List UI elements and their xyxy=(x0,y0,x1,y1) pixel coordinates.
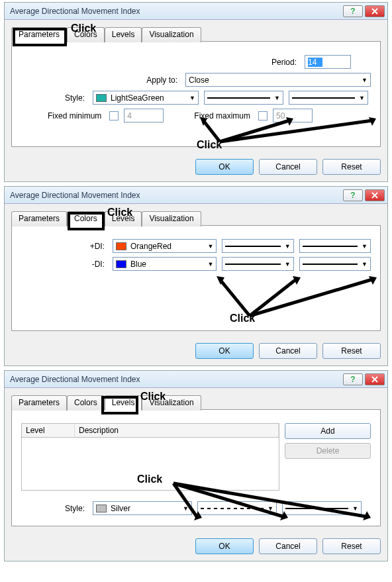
add-button[interactable]: Add xyxy=(285,423,371,439)
close-button[interactable] xyxy=(365,373,385,385)
chevron-down-icon: ▼ xyxy=(208,261,214,267)
level-style-value: Silver xyxy=(111,504,130,513)
tab-levels[interactable]: Levels xyxy=(105,395,142,411)
dialog-title: Average Directional Movement Index xyxy=(10,7,140,16)
line-preview-icon xyxy=(285,508,348,509)
plus-di-width-select[interactable]: ▼ xyxy=(299,239,371,253)
apply-to-value: Close xyxy=(189,75,209,85)
minus-di-label: -DI: xyxy=(21,260,107,269)
minus-di-line-select[interactable]: ▼ xyxy=(222,257,293,271)
chevron-down-icon: ▼ xyxy=(274,95,280,101)
fixed-min-checkbox[interactable] xyxy=(109,111,119,121)
reset-button[interactable]: Reset xyxy=(322,343,381,359)
chevron-down-icon: ▼ xyxy=(285,243,291,250)
close-button[interactable] xyxy=(365,5,385,17)
dialog-title: Average Directional Movement Index xyxy=(10,375,140,384)
ok-button[interactable]: OK xyxy=(195,159,254,175)
minus-di-value: Blue xyxy=(130,260,146,269)
close-button[interactable] xyxy=(365,189,385,201)
style-label: Style: xyxy=(21,504,87,513)
color-swatch xyxy=(96,505,107,512)
chevron-down-icon: ▼ xyxy=(268,505,273,512)
fixed-max-label: Fixed maximum xyxy=(194,111,253,121)
chevron-down-icon: ▼ xyxy=(285,261,291,267)
period-input[interactable] xyxy=(305,55,351,69)
cancel-button[interactable]: Cancel xyxy=(259,343,317,359)
style-label: Style: xyxy=(21,93,87,103)
chevron-down-icon: ▼ xyxy=(208,243,214,250)
period-label: Period: xyxy=(271,58,299,67)
minus-di-color-select[interactable]: Blue ▼ xyxy=(113,257,217,271)
titlebar[interactable]: Average Directional Movement Index ? xyxy=(5,3,387,20)
plus-di-label: +DI: xyxy=(21,242,107,251)
col-description: Description xyxy=(75,424,279,437)
help-button[interactable]: ? xyxy=(343,373,363,385)
titlebar[interactable]: Average Directional Movement Index ? xyxy=(5,187,387,204)
tab-parameters[interactable]: Parameters xyxy=(11,395,67,411)
tab-colors[interactable]: Colors xyxy=(67,395,105,411)
help-button[interactable]: ? xyxy=(343,5,363,17)
chevron-down-icon: ▼ xyxy=(183,505,189,512)
level-style-line-select[interactable]: ▼ xyxy=(197,501,277,515)
delete-button: Delete xyxy=(285,443,371,459)
levels-list-header: Level Description xyxy=(21,423,279,438)
line-preview-icon xyxy=(292,97,355,99)
line-preview-icon xyxy=(225,264,280,265)
annotation-click: Click xyxy=(197,139,222,151)
fixed-max-input[interactable] xyxy=(273,109,313,122)
tab-parameters[interactable]: Parameters xyxy=(11,211,67,226)
plus-di-line-select[interactable]: ▼ xyxy=(222,239,293,253)
plus-di-color-select[interactable]: OrangeRed ▼ xyxy=(113,239,217,253)
line-preview-icon xyxy=(201,508,264,509)
annotation-click: Click xyxy=(230,313,255,324)
line-preview-icon xyxy=(225,246,280,247)
reset-button[interactable]: Reset xyxy=(322,538,381,554)
chevron-down-icon: ▼ xyxy=(189,95,195,101)
chevron-down-icon: ▼ xyxy=(362,243,368,250)
dialog-title: Average Directional Movement Index xyxy=(10,191,140,200)
cancel-button[interactable]: Cancel xyxy=(259,538,317,554)
cancel-button[interactable]: Cancel xyxy=(259,159,317,175)
apply-to-select[interactable]: Close ▼ xyxy=(185,73,371,87)
annotation-click: Click xyxy=(107,207,132,218)
line-preview-icon xyxy=(303,264,358,265)
style-color-value: LightSeaGreen xyxy=(111,93,164,103)
col-level: Level xyxy=(22,424,75,437)
annotation-click: Click xyxy=(71,23,96,34)
level-style-color-select[interactable]: Silver ▼ xyxy=(93,501,192,515)
apply-to-label: Apply to: xyxy=(146,75,180,85)
fixed-min-input[interactable] xyxy=(124,109,164,122)
tab-parameters[interactable]: Parameters xyxy=(11,27,67,42)
line-preview-icon xyxy=(303,246,358,247)
chevron-down-icon: ▼ xyxy=(359,95,365,101)
minus-di-width-select[interactable]: ▼ xyxy=(299,257,371,271)
annotation-click: Click xyxy=(137,473,162,485)
tab-visualization[interactable]: Visualization xyxy=(142,211,201,226)
color-swatch xyxy=(96,94,107,102)
fixed-min-label: Fixed minimum xyxy=(48,111,104,121)
ok-button[interactable]: OK xyxy=(195,538,254,554)
help-button[interactable]: ? xyxy=(343,189,363,201)
tab-levels[interactable]: Levels xyxy=(105,27,142,42)
line-preview-icon xyxy=(207,97,270,99)
tab-visualization[interactable]: Visualization xyxy=(142,27,201,42)
ok-button[interactable]: OK xyxy=(195,343,254,359)
style-width-select[interactable]: ▼ xyxy=(289,91,368,105)
plus-di-value: OrangeRed xyxy=(130,242,172,251)
tab-colors[interactable]: Colors xyxy=(67,211,105,226)
annotation-click: Click xyxy=(140,391,166,403)
fixed-max-checkbox[interactable] xyxy=(258,111,268,121)
style-color-select[interactable]: LightSeaGreen ▼ xyxy=(93,91,199,105)
chevron-down-icon: ▼ xyxy=(362,77,368,83)
level-style-width-select[interactable]: ▼ xyxy=(282,501,362,515)
chevron-down-icon: ▼ xyxy=(352,505,358,512)
color-swatch xyxy=(116,242,126,250)
color-swatch xyxy=(116,260,126,268)
chevron-down-icon: ▼ xyxy=(362,261,368,267)
style-line-select[interactable]: ▼ xyxy=(204,91,283,105)
titlebar[interactable]: Average Directional Movement Index ? xyxy=(5,371,387,388)
reset-button[interactable]: Reset xyxy=(322,159,381,175)
